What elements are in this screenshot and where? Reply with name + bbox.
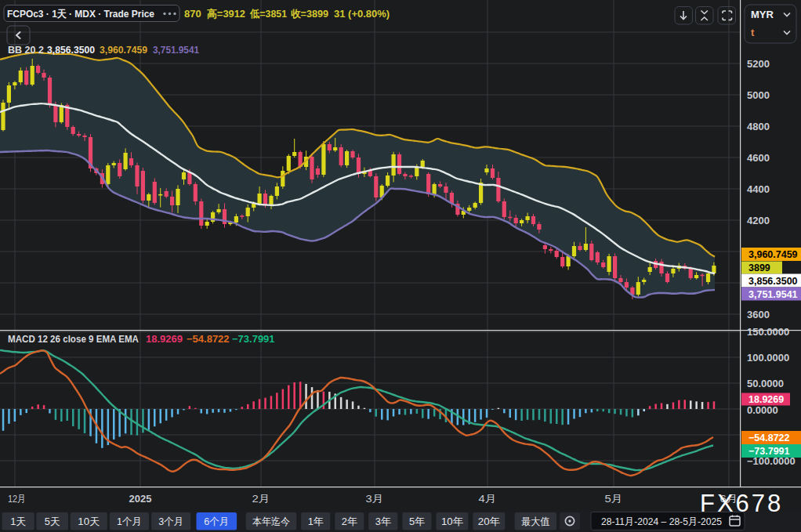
svg-text:t: t — [751, 27, 755, 38]
svg-text:150.0000: 150.0000 — [747, 326, 789, 338]
svg-text:18.9269: 18.9269 — [146, 333, 183, 345]
svg-text:5月: 5月 — [605, 493, 623, 505]
svg-text:1天: 1天 — [10, 516, 26, 527]
svg-text:4200: 4200 — [747, 215, 770, 226]
svg-text:2月: 2月 — [252, 493, 270, 505]
svg-text:50.0000: 50.0000 — [747, 378, 784, 389]
svg-text:1年: 1年 — [308, 516, 324, 527]
svg-text:3,960.7459: 3,960.7459 — [100, 44, 147, 56]
svg-text:3,856.3500: 3,856.3500 — [748, 276, 798, 287]
svg-text:−54.8722: −54.8722 — [748, 432, 790, 443]
svg-text:0.0000: 0.0000 — [747, 404, 778, 416]
svg-text:10天: 10天 — [78, 516, 100, 527]
svg-text:2年: 2年 — [342, 516, 357, 527]
svg-text:−73.7991: −73.7991 — [232, 333, 275, 345]
svg-text:高=3912: 高=3912 — [207, 8, 245, 20]
svg-text:6个月: 6个月 — [204, 516, 229, 527]
svg-text:5年: 5年 — [409, 516, 425, 527]
svg-text:1个月: 1个月 — [117, 516, 142, 527]
svg-text:870: 870 — [184, 8, 201, 20]
svg-text:低=3851: 低=3851 — [249, 8, 287, 20]
svg-text:31 (+0.80%): 31 (+0.80%) — [334, 8, 390, 20]
svg-text:18.9269: 18.9269 — [748, 394, 784, 405]
svg-text:3个月: 3个月 — [158, 516, 183, 527]
svg-text:20年: 20年 — [478, 516, 500, 527]
svg-text:100.0000: 100.0000 — [747, 352, 789, 364]
svg-text:MYR: MYR — [751, 9, 774, 20]
svg-text:FX678: FX678 — [700, 490, 783, 517]
svg-text:5000: 5000 — [747, 89, 770, 101]
svg-text:MACD 12 26 close 9 EMA EMA: MACD 12 26 close 9 EMA EMA — [8, 333, 140, 345]
svg-text:FCPOc3 · 1天 · MDX · Trade Pric: FCPOc3 · 1天 · MDX · Trade Price — [7, 8, 154, 20]
svg-text:4400: 4400 — [747, 183, 770, 195]
svg-text:2025: 2025 — [129, 493, 152, 505]
svg-text:4800: 4800 — [747, 121, 770, 132]
svg-text:5200: 5200 — [747, 58, 770, 70]
svg-text:5天: 5天 — [45, 516, 60, 527]
svg-text:3年: 3年 — [375, 516, 391, 527]
svg-text:3,751.9541: 3,751.9541 — [153, 44, 199, 56]
svg-text:3,856.3500: 3,856.3500 — [47, 44, 95, 56]
svg-text:3,960.7459: 3,960.7459 — [748, 249, 798, 260]
svg-text:BB 20 2: BB 20 2 — [8, 44, 44, 56]
svg-text:收=3899: 收=3899 — [291, 8, 328, 20]
svg-text:28-11月-2024 – 28-5月-2025: 28-11月-2024 – 28-5月-2025 — [601, 516, 722, 527]
svg-text:4600: 4600 — [747, 152, 770, 164]
svg-text:4月: 4月 — [479, 493, 497, 505]
svg-text:10年: 10年 — [441, 516, 463, 527]
svg-text:3月: 3月 — [366, 493, 384, 505]
svg-text:本年迄今: 本年迄今 — [252, 516, 290, 527]
svg-text:−54.8722: −54.8722 — [187, 333, 230, 345]
svg-text:−73.7991: −73.7991 — [748, 446, 790, 457]
svg-text:3899: 3899 — [748, 262, 770, 273]
svg-text:12月: 12月 — [8, 493, 26, 505]
svg-text:3,751.9541: 3,751.9541 — [748, 289, 798, 300]
svg-text:3600: 3600 — [747, 309, 770, 320]
svg-text:最大值: 最大值 — [521, 516, 549, 527]
